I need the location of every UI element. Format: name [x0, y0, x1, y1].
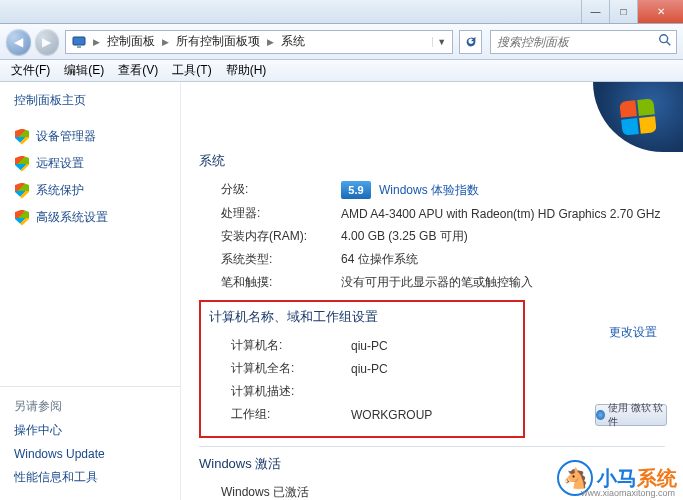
svg-rect-0	[73, 37, 85, 45]
search-input[interactable]	[491, 35, 654, 49]
value-pc-description	[351, 383, 515, 400]
close-button[interactable]: ✕	[637, 0, 683, 23]
navigation-bar: ◀ ▶ ▶ 控制面板 ▶ 所有控制面板项 ▶ 系统 ▼	[0, 24, 683, 60]
value-workgroup: WORKGROUP	[351, 406, 515, 423]
divider	[199, 446, 665, 447]
value-ram: 4.00 GB (3.25 GB 可用)	[341, 228, 665, 245]
menu-file[interactable]: 文件(F)	[4, 62, 57, 79]
menu-view[interactable]: 查看(V)	[111, 62, 165, 79]
breadcrumb-sep-icon: ▶	[90, 37, 103, 47]
watermark-url: www.xiaomaxitong.com	[581, 488, 675, 498]
refresh-icon	[464, 35, 478, 49]
sidebar-item-device-manager[interactable]: 设备管理器	[14, 123, 166, 150]
shield-icon	[14, 156, 30, 172]
shield-icon	[14, 210, 30, 226]
genuine-software-badge[interactable]: 使用 微软 软件	[595, 404, 667, 426]
sidebar-item-label: 高级系统设置	[36, 209, 108, 226]
back-button[interactable]: ◀	[6, 29, 31, 55]
refresh-button[interactable]	[459, 30, 482, 54]
menu-tools[interactable]: 工具(T)	[165, 62, 218, 79]
label-pen: 笔和触摸:	[221, 274, 341, 291]
label-pc-fullname: 计算机全名:	[231, 360, 351, 377]
section-heading-computer-name: 计算机名称、域和工作组设置	[209, 308, 515, 326]
label-workgroup: 工作组:	[231, 406, 351, 423]
svg-line-3	[667, 41, 671, 45]
sidebar-item-label: 设备管理器	[36, 128, 96, 145]
value-systype: 64 位操作系统	[341, 251, 665, 268]
genuine-label: 使用 微软 软件	[608, 401, 666, 429]
label-systype: 系统类型:	[221, 251, 341, 268]
window-titlebar: — □ ✕	[0, 0, 683, 24]
sidebar-seealso-action-center[interactable]: 操作中心	[14, 418, 166, 443]
row-processor: 处理器: AMD A4-3400 APU with Radeon(tm) HD …	[199, 202, 665, 225]
sidebar-seealso-heading: 另请参阅	[14, 395, 166, 418]
row-ram: 安装内存(RAM): 4.00 GB (3.25 GB 可用)	[199, 225, 665, 248]
svg-point-2	[660, 34, 668, 42]
arrow-left-icon: ◀	[14, 35, 23, 49]
watermark: 🐴 小马系统 www.xiaomaxitong.com	[557, 460, 677, 496]
sidebar-item-label: 远程设置	[36, 155, 84, 172]
change-settings-link[interactable]: 更改设置	[605, 324, 657, 341]
forward-button[interactable]: ▶	[35, 29, 60, 55]
menu-help[interactable]: 帮助(H)	[219, 62, 274, 79]
shield-icon	[14, 183, 30, 199]
menu-edit[interactable]: 编辑(E)	[57, 62, 111, 79]
sidebar-item-advanced-settings[interactable]: 高级系统设置	[14, 204, 166, 231]
minimize-button[interactable]: —	[581, 0, 609, 23]
section-heading-system: 系统	[199, 152, 665, 170]
breadcrumb-seg-2[interactable]: 所有控制面板项	[172, 33, 264, 50]
value-pen: 没有可用于此显示器的笔或触控输入	[341, 274, 665, 291]
search-box[interactable]	[490, 30, 677, 54]
maximize-button[interactable]: □	[609, 0, 637, 23]
svg-rect-1	[77, 46, 81, 48]
search-icon[interactable]	[654, 33, 676, 51]
label-rating: 分级:	[221, 181, 341, 199]
sidebar-divider	[0, 386, 180, 387]
row-rating: 分级: 5.9 Windows 体验指数	[199, 178, 665, 202]
breadcrumb-seg-1[interactable]: 控制面板	[103, 33, 159, 50]
label-pc-description: 计算机描述:	[231, 383, 351, 400]
computer-icon	[70, 33, 88, 51]
windows-logo-corner	[593, 82, 683, 152]
windows-flag-icon	[619, 98, 656, 135]
sidebar-seealso-windows-update[interactable]: Windows Update	[14, 443, 166, 465]
value-pc-name: qiu-PC	[351, 337, 515, 354]
genuine-dot-icon	[596, 410, 605, 420]
value-pc-fullname: qiu-PC	[351, 360, 515, 377]
sidebar: 控制面板主页 设备管理器 远程设置 系统保护 高级系统设置 另请参阅 操作中心 …	[0, 82, 180, 500]
experience-index-link[interactable]: Windows 体验指数	[379, 182, 479, 199]
main-panel: 系统 分级: 5.9 Windows 体验指数 处理器: AMD A4-3400…	[180, 82, 683, 500]
menu-bar: 文件(F) 编辑(E) 查看(V) 工具(T) 帮助(H)	[0, 60, 683, 82]
sidebar-item-remote-settings[interactable]: 远程设置	[14, 150, 166, 177]
label-processor: 处理器:	[221, 205, 341, 222]
breadcrumb-sep-icon: ▶	[159, 37, 172, 47]
shield-icon	[14, 129, 30, 145]
rating-score-badge: 5.9	[341, 181, 371, 199]
content-area: 控制面板主页 设备管理器 远程设置 系统保护 高级系统设置 另请参阅 操作中心 …	[0, 82, 683, 500]
breadcrumb-seg-3[interactable]: 系统	[277, 33, 309, 50]
value-processor: AMD A4-3400 APU with Radeon(tm) HD Graph…	[341, 205, 665, 222]
row-systype: 系统类型: 64 位操作系统	[199, 248, 665, 271]
breadcrumb[interactable]: ▶ 控制面板 ▶ 所有控制面板项 ▶ 系统 ▼	[65, 30, 453, 54]
sidebar-seealso-performance[interactable]: 性能信息和工具	[14, 465, 166, 490]
sidebar-home-link[interactable]: 控制面板主页	[14, 92, 166, 109]
computer-name-group-highlighted: 计算机名称、域和工作组设置 计算机名:qiu-PC 计算机全名:qiu-PC 计…	[199, 300, 525, 438]
breadcrumb-sep-icon: ▶	[264, 37, 277, 47]
arrow-right-icon: ▶	[42, 35, 51, 49]
change-settings-label: 更改设置	[609, 324, 657, 341]
sidebar-item-label: 系统保护	[36, 182, 84, 199]
label-ram: 安装内存(RAM):	[221, 228, 341, 245]
label-pc-name: 计算机名:	[231, 337, 351, 354]
row-pen: 笔和触摸: 没有可用于此显示器的笔或触控输入	[199, 271, 665, 294]
breadcrumb-dropdown[interactable]: ▼	[432, 37, 450, 47]
sidebar-item-system-protection[interactable]: 系统保护	[14, 177, 166, 204]
